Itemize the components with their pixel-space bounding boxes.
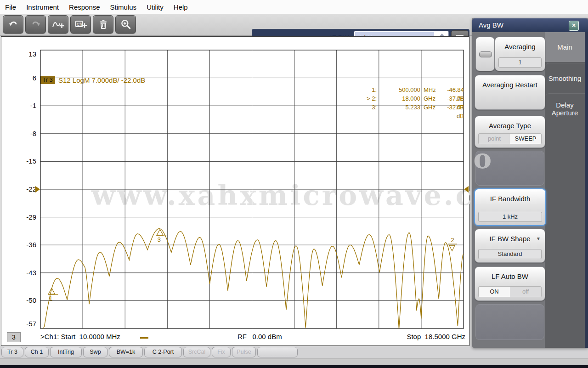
marker-label: > 2: (323, 94, 377, 103)
dropdown-arrow-icon: ▼ (536, 236, 541, 241)
marker-number: 3 (157, 236, 161, 243)
panel-tab-column: MainSmoothingDelay Aperture (545, 32, 585, 348)
marker-frequency-unit: GHz (420, 103, 441, 112)
marker-1[interactable]: 1 (48, 288, 58, 302)
led-indicator-icon (479, 51, 492, 57)
channel-plus-icon: Ch (74, 19, 87, 30)
status-inttrig[interactable]: IntTrig (50, 347, 82, 357)
averaging-restart-button[interactable]: Averaging Restart (475, 75, 545, 110)
marker-frequency-unit: MHz (420, 85, 441, 94)
y-axis-tick: -22 (26, 185, 36, 193)
y-axis-tick: 6 (33, 74, 36, 82)
if-bw-shape-button[interactable]: IF BW Shape▼Standard (475, 229, 545, 263)
averaging-button-value: 1 (498, 57, 542, 68)
tab-delay-aperture[interactable]: Delay Aperture (545, 93, 585, 124)
zoom-button[interactable] (115, 15, 136, 34)
marker-3[interactable]: 3 (156, 229, 166, 243)
lower-strip (0, 358, 588, 366)
y-axis-tick: 13 (28, 50, 36, 58)
marker-number: 2 (451, 237, 454, 243)
y-axis-tick: -57 (26, 320, 36, 328)
status-ch-1[interactable]: Ch 1 (25, 347, 49, 357)
y-axis-tick: -43 (26, 269, 36, 277)
y-axis-tick: -36 (26, 241, 36, 249)
marker-frequency: 500.000 (377, 85, 420, 94)
menu-item-response[interactable]: Response (64, 3, 105, 11)
y-axis-tick: -50 (26, 296, 36, 304)
magnifier-plus-icon (120, 18, 132, 30)
status-swp[interactable]: Swp (83, 347, 107, 357)
led-toggle-button[interactable] (475, 37, 495, 71)
menu-item-help[interactable]: Help (169, 3, 193, 11)
menu-item-instrument[interactable]: Instrument (21, 3, 64, 11)
status-c-2-port[interactable]: C 2-Port (144, 347, 182, 357)
trace-plus-icon (52, 19, 65, 30)
menu-item-utility[interactable]: Utility (141, 3, 169, 11)
if-bandwidth-button-value: 1 kHz (478, 212, 542, 222)
tab-smoothing[interactable]: Smoothing (545, 63, 585, 93)
undo-arrow-icon (7, 18, 19, 30)
lf-auto-bw-button-label: LF Auto BW (475, 272, 545, 281)
marker-value: -32.07 dB (441, 103, 464, 112)
averaging-button[interactable]: Averaging1 (495, 37, 545, 71)
if-bw-shape-button-label: IF BW Shape (475, 234, 545, 243)
status-blank[interactable] (257, 347, 298, 357)
lf-auto-bw-button-switch[interactable]: ONoff (478, 286, 542, 297)
watermark-overlap: www.xahxmicrowave.com (472, 142, 493, 177)
ref-level-arrow-right[interactable] (464, 186, 469, 192)
svg-text:Ch: Ch (77, 22, 82, 27)
tab-main[interactable]: Main (545, 32, 585, 62)
lf-auto-bw-button-option-off[interactable]: off (510, 287, 541, 297)
menu-item-stimulus[interactable]: Stimulus (105, 3, 142, 11)
status-bw-1k[interactable]: BW=1k (109, 347, 143, 357)
ref-level-arrow-left[interactable] (35, 186, 40, 192)
marker-label: 3: (323, 103, 377, 112)
avg-bw-panel: Avg BW × MainSmoothingDelay Aperture Ave… (472, 18, 588, 348)
window-bottom-edge (0, 365, 588, 368)
marker-readout-row: > 2:18.000GHz-37.73 dB (323, 94, 464, 103)
redo-button[interactable] (25, 15, 46, 34)
add-channel-button[interactable]: Ch (70, 15, 91, 34)
trash-icon (98, 19, 109, 30)
status-fix[interactable]: Fix (212, 347, 231, 357)
marker-frequency: 18.000 (377, 94, 420, 103)
lf-auto-bw-button[interactable]: LF Auto BWONoff (475, 266, 545, 301)
lf-auto-bw-button-option-on[interactable]: ON (479, 287, 510, 297)
marker-2[interactable]: 2 (448, 237, 457, 251)
y-axis-tick: -15 (26, 157, 36, 165)
panel-title: Avg BW (479, 18, 503, 32)
menu-bar: FileInstrumentResponseStimulusUtilityHel… (0, 0, 588, 14)
y-axis-tick: -29 (26, 213, 36, 221)
blank-button[interactable] (475, 304, 544, 340)
if-bandwidth-button-label: IF Bandwidth (475, 194, 545, 203)
average-type-button-option-sweep[interactable]: SWEEP (510, 134, 541, 144)
marker-readout-row: 1:500.000MHz-46.84 dB (323, 85, 464, 94)
average-type-button-label: Average Type (475, 121, 545, 130)
y-axis-tick: -8 (30, 130, 36, 137)
marker-frequency-unit: GHz (420, 94, 441, 103)
averaging-button-label: Averaging (495, 42, 545, 51)
if-bandwidth-button[interactable]: IF Bandwidth1 kHz (474, 188, 546, 226)
marker-readout-row: 3:5.233GHz-32.07 dB (323, 103, 464, 112)
marker-frequency: 5.233 (377, 103, 420, 112)
plot-area[interactable]: 136-1-8-15-22-29-36-43-50-57123 (1, 37, 469, 345)
if-bw-shape-button-value: Standard (478, 249, 542, 259)
redo-arrow-icon (30, 18, 42, 30)
panel-body: MainSmoothingDelay Aperture Averaging1Av… (472, 32, 588, 348)
status-pulse[interactable]: Pulse (232, 347, 256, 357)
add-trace-button[interactable] (48, 15, 68, 34)
marker-number: 1 (49, 295, 53, 302)
marker-label: 1: (323, 85, 377, 94)
averaging-restart-button-label: Averaging Restart (475, 80, 545, 89)
delete-button[interactable] (93, 15, 113, 34)
chart-area: Tr 3 S12 LogM 7.000dB/ -22.0dB www.xahxm… (1, 36, 469, 346)
menu-item-file[interactable]: File (0, 3, 21, 11)
undo-button[interactable] (3, 15, 23, 34)
y-axis-tick: -1 (30, 102, 36, 109)
close-icon[interactable]: × (569, 21, 579, 31)
status-tr-3[interactable]: Tr 3 (1, 347, 23, 357)
panel-edge (585, 32, 588, 348)
status-srccal[interactable]: SrcCal (183, 347, 210, 357)
marker-value: -37.73 dB (441, 94, 464, 103)
panel-title-bar: Avg BW × (472, 18, 588, 32)
